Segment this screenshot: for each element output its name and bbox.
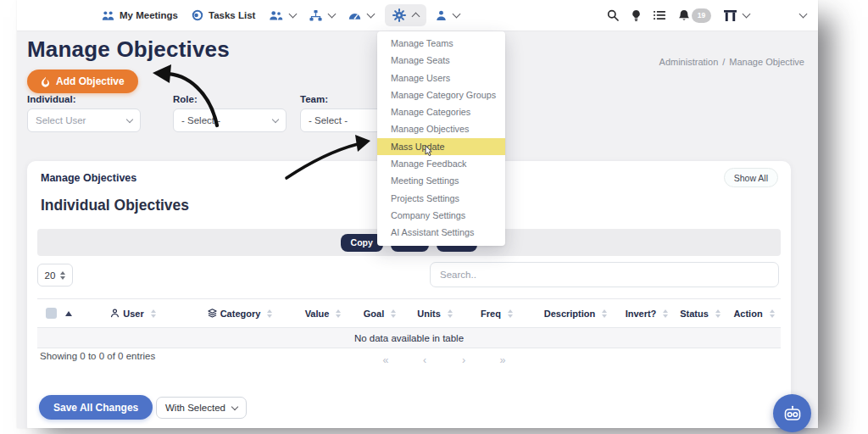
col-header-invert[interactable]: Invert?	[620, 299, 673, 327]
col-label: Value	[305, 309, 330, 319]
lightbulb-icon[interactable]	[632, 9, 641, 22]
col-label: Freq	[481, 309, 501, 319]
nav-archive-dropdown[interactable]	[724, 10, 749, 21]
menu-item-manage-seats[interactable]: Manage Seats	[377, 52, 505, 69]
chevron-down-icon[interactable]	[799, 10, 808, 19]
col-label: Action	[733, 309, 762, 319]
individual-select-value: Select User	[36, 115, 86, 125]
page-size-value: 20	[45, 270, 56, 281]
menu-item-mass-update[interactable]: Mass Update	[377, 138, 505, 155]
nav-tasks-list-label: Tasks List	[209, 10, 255, 20]
nav-dashboard-dropdown[interactable]	[348, 10, 374, 20]
menu-item-manage-teams[interactable]: Manage Teams	[377, 35, 505, 52]
search-input[interactable]	[430, 262, 779, 287]
sort-icon	[663, 309, 668, 318]
nav-settings-dropdown-open[interactable]	[385, 4, 426, 26]
search-icon[interactable]	[607, 9, 619, 21]
list-icon[interactable]	[654, 10, 665, 20]
menu-item-manage-categories[interactable]: Manage Categories	[377, 103, 505, 120]
menu-item-manage-objectives[interactable]: Manage Objectives	[377, 120, 505, 137]
nav-users-dropdown[interactable]	[269, 10, 296, 21]
pagination-previous[interactable]: ‹	[419, 354, 431, 366]
showing-entries-text: Showing 0 to 0 of 0 entries	[40, 351, 155, 361]
top-navbar: My Meetings Tasks List	[17, 0, 818, 31]
users-group-icon	[269, 10, 283, 21]
notifications-button[interactable]: 19	[678, 8, 711, 23]
nav-my-meetings-label: My Meetings	[120, 10, 178, 20]
save-all-changes-button[interactable]: Save All Changes	[39, 395, 153, 420]
with-selected-dropdown[interactable]: With Selected	[156, 397, 247, 419]
col-header-status[interactable]: Status	[673, 299, 727, 327]
nav-org-dropdown[interactable]	[309, 10, 335, 21]
archway-icon	[724, 10, 737, 21]
page-size-select[interactable]: 20	[37, 264, 73, 287]
select-all-header[interactable]	[37, 299, 80, 327]
pagination-next[interactable]: ›	[458, 354, 470, 366]
individual-select[interactable]: Select User	[27, 108, 141, 132]
col-header-category[interactable]: Category	[186, 299, 293, 327]
sort-icon	[336, 309, 341, 318]
menu-item-company-settings[interactable]: Company Settings	[377, 207, 505, 224]
sort-asc-icon	[65, 311, 72, 316]
person-icon	[110, 309, 120, 318]
menu-item-ai-assistant-settings[interactable]: AI Assistant Settings	[377, 224, 505, 241]
filter-role: Role: - Select -	[173, 94, 287, 132]
chevron-down-icon	[367, 10, 376, 19]
nav-tasks-list[interactable]: Tasks List	[192, 9, 255, 21]
settings-dropdown-menu: Manage Teams Manage Seats Manage Users M…	[377, 31, 505, 246]
role-select-value: - Select -	[181, 115, 220, 125]
sort-icon	[151, 309, 156, 318]
col-label: Units	[417, 309, 441, 319]
col-header-freq[interactable]: Freq	[463, 299, 531, 327]
user-tie-icon	[436, 10, 447, 21]
chevron-down-icon	[272, 115, 279, 122]
pagination: « ‹ › »	[380, 354, 509, 366]
menu-item-manage-feedback[interactable]: Manage Feedback	[377, 155, 505, 172]
menu-item-manage-users[interactable]: Manage Users	[377, 70, 505, 86]
col-header-description[interactable]: Description	[531, 299, 620, 327]
ai-assistant-fab[interactable]	[773, 394, 811, 432]
gauge-icon	[348, 10, 361, 20]
with-selected-label: With Selected	[165, 403, 225, 413]
select-arrows-icon	[60, 271, 65, 280]
add-objective-button[interactable]: Add Objective	[27, 70, 138, 93]
notification-badge: 19	[692, 8, 711, 23]
robot-icon	[782, 405, 803, 422]
col-header-user[interactable]: User	[80, 299, 186, 327]
section-title: Individual Objectives	[41, 197, 189, 214]
menu-item-projects-settings[interactable]: Projects Settings	[377, 190, 505, 207]
col-header-goal[interactable]: Goal	[353, 299, 407, 327]
add-objective-label: Add Objective	[56, 75, 125, 87]
sort-icon	[448, 309, 453, 318]
breadcrumb-section[interactable]: Administration	[659, 57, 719, 67]
bell-icon	[678, 9, 690, 22]
chevron-down-icon	[289, 10, 298, 19]
sort-icon	[602, 309, 607, 318]
team-select-value: - Select -	[309, 115, 348, 125]
col-label: Category	[220, 309, 261, 319]
gear-icon	[392, 8, 406, 22]
role-select[interactable]: - Select -	[173, 108, 287, 132]
nav-my-meetings[interactable]: My Meetings	[102, 10, 178, 21]
page-title: Manage Objectives	[27, 36, 230, 63]
col-label: User	[123, 309, 143, 319]
show-all-button[interactable]: Show All	[724, 168, 778, 187]
col-header-value[interactable]: Value	[293, 299, 353, 327]
menu-item-manage-category-groups[interactable]: Manage Category Groups	[377, 86, 505, 103]
sort-icon	[391, 309, 396, 318]
tasks-toggle-icon	[192, 9, 203, 21]
chevron-down-icon	[743, 10, 751, 19]
empty-table-message: No data available in table	[37, 328, 781, 348]
pagination-last[interactable]: »	[497, 354, 509, 366]
nav-profile-dropdown[interactable]	[436, 10, 459, 21]
chevron-down-icon	[231, 403, 238, 409]
select-all-checkbox[interactable]	[46, 308, 57, 319]
chevron-down-icon	[328, 10, 337, 19]
card-title: Manage Objectives	[41, 172, 136, 184]
col-label: Goal	[364, 309, 384, 319]
pagination-first[interactable]: «	[380, 354, 392, 366]
menu-item-meeting-settings[interactable]: Meeting Settings	[377, 172, 505, 189]
breadcrumb: Administration / Manage Objective	[659, 57, 804, 67]
col-header-action[interactable]: Action	[727, 299, 781, 327]
col-header-units[interactable]: Units	[407, 299, 463, 327]
